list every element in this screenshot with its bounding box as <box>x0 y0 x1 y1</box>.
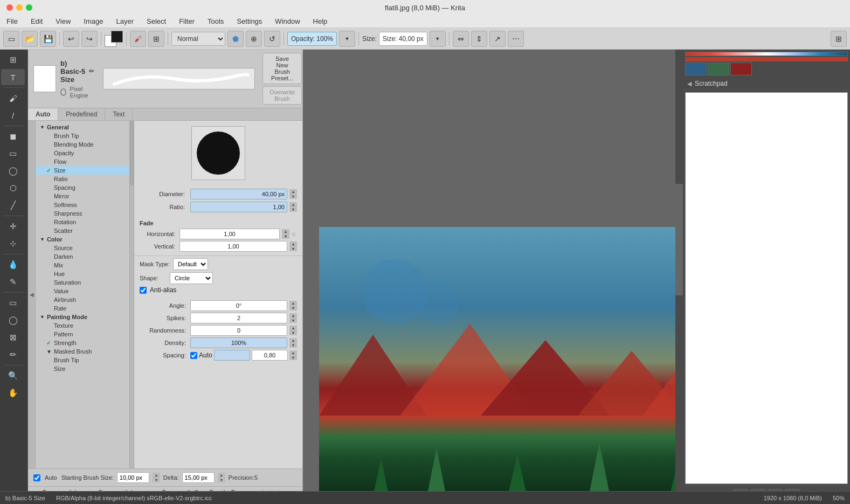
tree-item-scatter[interactable]: Scatter <box>36 226 129 235</box>
open-button[interactable]: 📂 <box>22 31 38 47</box>
angle-down[interactable]: ▼ <box>289 306 297 310</box>
tree-item-opacity[interactable]: Opacity <box>36 149 129 157</box>
starting-brush-size-input[interactable] <box>117 472 149 483</box>
crop-tool[interactable]: ⊹ <box>1 236 25 252</box>
start-size-up[interactable]: ▲ <box>153 473 160 478</box>
menu-layer[interactable]: Layer <box>114 16 136 26</box>
maximize-button[interactable] <box>26 4 32 11</box>
menu-window[interactable]: Window <box>273 16 302 26</box>
spacing-auto-checkbox[interactable] <box>190 352 197 359</box>
tree-item-flow[interactable]: Flow <box>36 157 129 166</box>
menu-edit[interactable]: Edit <box>29 16 45 26</box>
diameter-spinner[interactable]: ▲ ▼ <box>289 189 297 199</box>
zoom-tool[interactable]: 🔍 <box>1 368 25 384</box>
polyline-tool[interactable]: ╱ <box>1 197 25 213</box>
tree-item-size-2[interactable]: Size <box>36 364 129 373</box>
window-controls[interactable] <box>6 4 32 11</box>
vertical-down[interactable]: ▼ <box>289 246 297 251</box>
density-up[interactable]: ▲ <box>289 338 297 343</box>
spacing-spinner[interactable]: ▲ ▼ <box>289 350 297 360</box>
tree-item-rotation[interactable]: Rotation <box>36 218 129 226</box>
right-tool-btn[interactable]: ⊞ <box>831 31 847 47</box>
vertical-spinner[interactable]: ▲ ▼ <box>289 241 297 251</box>
auto-checkbox[interactable] <box>33 474 40 481</box>
menu-tools[interactable]: Tools <box>205 16 226 26</box>
tree-item-airbrush[interactable]: Airbrush <box>36 295 129 304</box>
close-button[interactable] <box>6 4 13 11</box>
layer-thumb-2[interactable] <box>708 63 729 75</box>
brush-settings-button[interactable]: ⊞ <box>148 31 164 47</box>
menu-settings[interactable]: Settings <box>234 16 264 26</box>
tree-item-ratio[interactable]: Ratio <box>36 175 129 183</box>
opacity-down-button[interactable]: ▼ <box>339 31 355 47</box>
tree-item-pattern[interactable]: Pattern <box>36 330 129 339</box>
mask-type-select[interactable]: Default <box>173 258 208 270</box>
v-scroll-thumb[interactable] <box>675 184 683 295</box>
wrap-button[interactable]: ↺ <box>264 31 280 47</box>
vertical-up[interactable]: ▲ <box>289 241 297 246</box>
diameter-input[interactable]: 40,00 px <box>190 189 287 199</box>
density-spinner[interactable]: ▲ ▼ <box>289 338 297 348</box>
freehand-brush-tool[interactable]: 🖌 <box>1 90 25 106</box>
tree-section-color[interactable]: ▼ Color <box>36 235 129 244</box>
color-swatches[interactable] <box>105 31 123 47</box>
spacing-down[interactable]: ▼ <box>289 355 297 360</box>
tree-item-rate[interactable]: Rate <box>36 304 129 313</box>
redo-button[interactable]: ↪ <box>81 31 98 47</box>
ratio-input[interactable]: 1,00 <box>190 202 287 212</box>
menu-select[interactable]: Select <box>144 16 168 26</box>
text-tool[interactable]: T <box>1 69 25 85</box>
selection-contiguous-tool[interactable]: ⊠ <box>1 329 25 346</box>
starting-size-spinner[interactable]: ▲ ▼ <box>153 473 160 482</box>
scratchpad-drawing-area[interactable] <box>685 92 848 484</box>
brush-preset-button[interactable]: 🖌 <box>130 31 146 47</box>
save-button[interactable]: 💾 <box>40 31 56 47</box>
pan-tool[interactable]: ✋ <box>1 385 25 401</box>
tree-item-masked-brush[interactable]: ▼ Masked Brush <box>36 347 129 356</box>
start-size-down[interactable]: ▼ <box>153 478 160 482</box>
color-sampler-tool[interactable]: 💧 <box>1 257 25 273</box>
fill-color-button[interactable]: ⬟ <box>227 31 244 47</box>
menu-view[interactable]: View <box>53 16 73 26</box>
canvas-viewport[interactable] <box>303 50 675 496</box>
transform-tool[interactable]: ⊞ <box>1 52 25 68</box>
tree-item-brush-tip[interactable]: Brush Tip <box>36 132 129 140</box>
delta-up[interactable]: ▲ <box>218 473 225 478</box>
angle-spinner[interactable]: ▲ ▼ <box>289 301 297 310</box>
delta-down[interactable]: ▼ <box>218 478 225 482</box>
edit-brush-icon[interactable]: ✏ <box>89 67 94 75</box>
color-strip-main[interactable] <box>685 52 848 56</box>
size-down-button[interactable]: ▼ <box>430 31 446 47</box>
tree-item-brush-tip-2[interactable]: Brush Tip <box>36 356 129 364</box>
diameter-up[interactable]: ▲ <box>289 189 297 194</box>
color-picker-tool[interactable]: ⊕ <box>246 31 262 47</box>
rectangle-tool[interactable]: ▭ <box>1 146 25 162</box>
tree-item-spacing[interactable]: Spacing <box>36 183 129 192</box>
tree-item-mirror[interactable]: Mirror <box>36 192 129 201</box>
layer-thumb-3[interactable] <box>730 63 752 75</box>
randomness-input[interactable]: 0 <box>190 325 287 336</box>
menu-file[interactable]: File <box>4 16 20 26</box>
diameter-down[interactable]: ▼ <box>289 194 297 199</box>
tree-item-blending-mode[interactable]: Blending Mode <box>36 140 129 149</box>
horizontal-up[interactable]: ▲ <box>282 229 289 234</box>
tree-section-general[interactable]: ▼ General <box>36 123 129 132</box>
more-button[interactable]: ⋯ <box>508 31 524 47</box>
angle-up[interactable]: ▲ <box>289 301 297 306</box>
panel-collapse-button[interactable]: ◀ <box>28 121 36 468</box>
anti-alias-checkbox[interactable] <box>140 287 147 294</box>
tree-section-painting-mode[interactable]: ▼ Painting Mode <box>36 313 129 321</box>
undo-button[interactable]: ↩ <box>63 31 79 47</box>
move-tool[interactable]: ✛ <box>1 218 25 234</box>
tree-scroll-thumb[interactable] <box>130 121 134 185</box>
menu-help[interactable]: Help <box>311 16 330 26</box>
density-input[interactable]: 100% <box>190 337 287 348</box>
menu-filter[interactable]: Filter <box>177 16 197 26</box>
spacing-value-input[interactable]: 0,80 <box>252 350 288 361</box>
overwrite-brush-button[interactable]: Overwrite Brush <box>262 86 302 105</box>
spikes-down[interactable]: ▼ <box>289 318 297 323</box>
scratchpad-prev-icon[interactable]: ◀ <box>687 80 692 87</box>
tree-item-darken[interactable]: Darken <box>36 252 129 261</box>
randomness-spinner[interactable]: ▲ ▼ <box>289 326 297 335</box>
ratio-up[interactable]: ▲ <box>289 202 297 207</box>
